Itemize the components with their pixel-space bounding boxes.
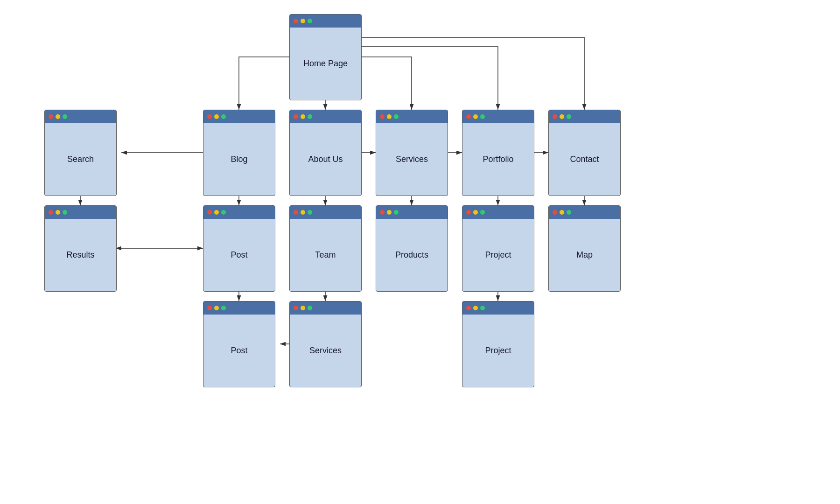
- red-dot: [294, 19, 298, 23]
- card-label-post1: Post: [203, 219, 275, 291]
- card-label-team: Team: [290, 219, 361, 291]
- red-dot: [466, 114, 471, 119]
- yellow-dot: [387, 114, 392, 119]
- diagram-container: Home PageSearchBlogAbout UsServicesPortf…: [0, 0, 840, 504]
- card-label-project2: Project: [462, 315, 534, 387]
- title-bar-team: [290, 206, 361, 219]
- card-blog[interactable]: Blog: [203, 110, 275, 196]
- card-contact[interactable]: Contact: [548, 110, 621, 196]
- red-dot: [466, 306, 471, 310]
- green-dot: [480, 306, 485, 310]
- green-dot: [480, 114, 485, 119]
- green-dot: [221, 114, 226, 119]
- green-dot: [221, 210, 226, 215]
- yellow-dot: [473, 210, 478, 215]
- yellow-dot: [473, 114, 478, 119]
- red-dot: [294, 210, 298, 215]
- green-dot: [308, 306, 312, 310]
- card-label-contact: Contact: [549, 123, 620, 196]
- yellow-dot: [301, 210, 305, 215]
- card-home[interactable]: Home Page: [289, 14, 362, 100]
- card-label-results: Results: [45, 219, 116, 291]
- card-project1[interactable]: Project: [462, 205, 534, 292]
- card-label-project1: Project: [462, 219, 534, 291]
- card-portfolio[interactable]: Portfolio: [462, 110, 534, 196]
- card-aboutus[interactable]: About Us: [289, 110, 362, 196]
- card-label-home: Home Page: [290, 28, 361, 100]
- card-label-post2: Post: [203, 315, 275, 387]
- card-project2[interactable]: Project: [462, 301, 534, 387]
- card-label-services2: Services: [290, 315, 361, 387]
- yellow-dot: [301, 19, 305, 23]
- title-bar-map: [549, 206, 620, 219]
- red-dot: [49, 210, 53, 215]
- yellow-dot: [473, 306, 478, 310]
- green-dot: [480, 210, 485, 215]
- card-search[interactable]: Search: [44, 110, 117, 196]
- title-bar-home: [290, 14, 361, 28]
- green-dot: [308, 210, 312, 215]
- title-bar-search: [45, 110, 116, 123]
- green-dot: [63, 114, 67, 119]
- card-post2[interactable]: Post: [203, 301, 275, 387]
- card-post1[interactable]: Post: [203, 205, 275, 292]
- card-products[interactable]: Products: [376, 205, 448, 292]
- title-bar-contact: [549, 110, 620, 123]
- card-label-services1: Services: [376, 123, 448, 196]
- card-map[interactable]: Map: [548, 205, 621, 292]
- title-bar-post1: [203, 206, 275, 219]
- title-bar-post2: [203, 301, 275, 315]
- title-bar-services1: [376, 110, 448, 123]
- card-results[interactable]: Results: [44, 205, 117, 292]
- title-bar-results: [45, 206, 116, 219]
- title-bar-products: [376, 206, 448, 219]
- red-dot: [380, 114, 385, 119]
- card-services1[interactable]: Services: [376, 110, 448, 196]
- title-bar-project1: [462, 206, 534, 219]
- red-dot: [553, 210, 557, 215]
- red-dot: [466, 210, 471, 215]
- card-team[interactable]: Team: [289, 205, 362, 292]
- green-dot: [63, 210, 67, 215]
- red-dot: [294, 306, 298, 310]
- red-dot: [207, 210, 212, 215]
- red-dot: [553, 114, 557, 119]
- card-label-search: Search: [45, 123, 116, 196]
- card-label-portfolio: Portfolio: [462, 123, 534, 196]
- yellow-dot: [214, 306, 219, 310]
- yellow-dot: [56, 210, 60, 215]
- green-dot: [567, 210, 571, 215]
- green-dot: [221, 306, 226, 310]
- yellow-dot: [301, 306, 305, 310]
- red-dot: [294, 114, 298, 119]
- green-dot: [394, 210, 399, 215]
- red-dot: [207, 306, 212, 310]
- yellow-dot: [560, 210, 564, 215]
- yellow-dot: [387, 210, 392, 215]
- red-dot: [207, 114, 212, 119]
- title-bar-portfolio: [462, 110, 534, 123]
- yellow-dot: [301, 114, 305, 119]
- card-label-map: Map: [549, 219, 620, 291]
- yellow-dot: [560, 114, 564, 119]
- title-bar-services2: [290, 301, 361, 315]
- green-dot: [394, 114, 399, 119]
- green-dot: [308, 19, 312, 23]
- yellow-dot: [214, 210, 219, 215]
- card-label-blog: Blog: [203, 123, 275, 196]
- card-label-aboutus: About Us: [290, 123, 361, 196]
- title-bar-blog: [203, 110, 275, 123]
- green-dot: [308, 114, 312, 119]
- yellow-dot: [56, 114, 60, 119]
- card-services2[interactable]: Services: [289, 301, 362, 387]
- title-bar-project2: [462, 301, 534, 315]
- red-dot: [380, 210, 385, 215]
- yellow-dot: [214, 114, 219, 119]
- card-label-products: Products: [376, 219, 448, 291]
- red-dot: [49, 114, 53, 119]
- title-bar-aboutus: [290, 110, 361, 123]
- green-dot: [567, 114, 571, 119]
